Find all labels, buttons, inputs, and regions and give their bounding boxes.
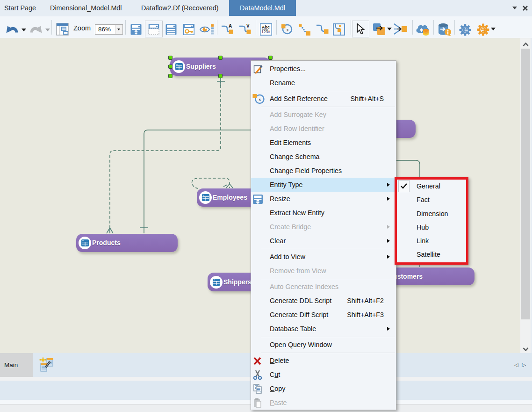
svg-text:Abc: Abc — [262, 25, 270, 29]
svg-text:s: s — [286, 27, 288, 32]
svg-text:A: A — [229, 23, 232, 29]
svg-text:123#: 123# — [261, 29, 270, 34]
svg-text:V: V — [246, 23, 250, 29]
svg-text:s: s — [259, 97, 261, 102]
